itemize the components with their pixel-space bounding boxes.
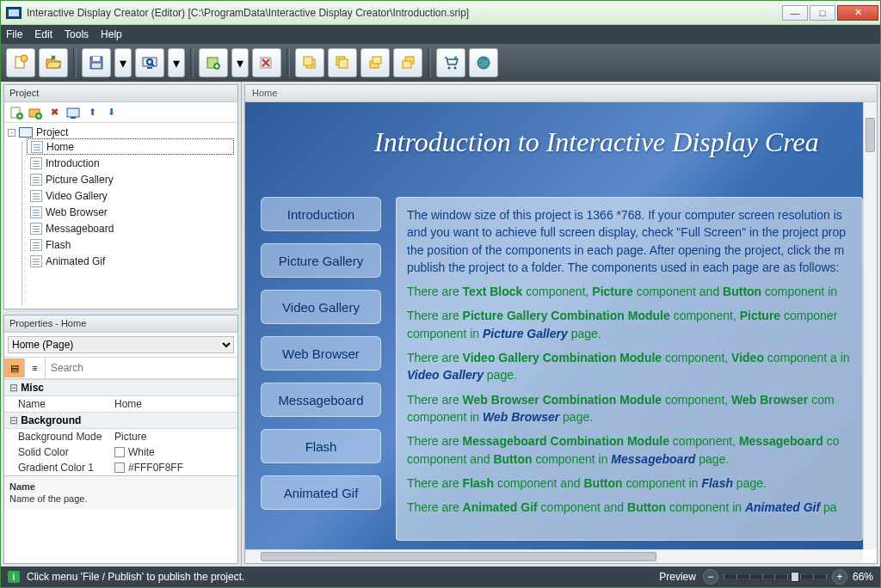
prop-solid-color[interactable]: Solid Color White (4, 444, 237, 460)
breadcrumb: Home (245, 85, 877, 102)
project-root-label: Project (36, 126, 68, 138)
nav-picture-gallery[interactable]: Picture Gallery (261, 243, 381, 278)
menu-help[interactable]: Help (101, 28, 122, 40)
zoom-out-button[interactable]: − (703, 569, 718, 585)
add-page-button[interactable] (199, 48, 228, 77)
tree-page-label: Messageboard (46, 223, 114, 235)
maximize-button[interactable]: □ (810, 5, 835, 21)
svg-rect-4 (92, 64, 101, 68)
design-canvas[interactable]: Introduction to Interactive Display Crea… (245, 102, 863, 549)
minimize-button[interactable]: — (782, 5, 808, 21)
tree-page-flash[interactable]: Flash (27, 236, 234, 253)
tree-page-label: Animated Gif (46, 255, 105, 267)
prop-bg-mode[interactable]: Background Mode Picture (4, 429, 237, 444)
group-background[interactable]: Background (4, 412, 237, 429)
page-icon (30, 223, 42, 235)
properties-panel: Properties - Home Home (Page) ▤ ≡ Misc N… (3, 315, 238, 564)
layer-1-button[interactable] (295, 48, 324, 77)
prop-name[interactable]: Name Home (4, 396, 237, 412)
tree-page-label: Home (46, 141, 74, 153)
globe-button[interactable] (469, 48, 498, 77)
preview-label: Preview (659, 571, 696, 583)
svg-rect-27 (71, 117, 76, 119)
nav-web-browser[interactable]: Web Browser (261, 336, 381, 371)
tree-page-home[interactable]: Home (27, 138, 234, 155)
page-icon (30, 157, 42, 169)
zoom-slider[interactable] (724, 575, 827, 579)
preview-dropdown[interactable]: ▾ (168, 48, 185, 77)
project-panel-header: Project (4, 85, 237, 102)
cart-button[interactable] (436, 48, 465, 77)
page-icon (30, 239, 42, 251)
categorized-view-button[interactable]: ▤ (4, 358, 25, 377)
move-down-icon[interactable]: ⬇ (104, 106, 118, 119)
save-dropdown[interactable]: ▾ (114, 48, 132, 77)
new-button[interactable] (6, 48, 35, 77)
alphabetical-view-button[interactable]: ≡ (25, 358, 46, 377)
tree-page-video-gallery[interactable]: Video Gallery (27, 187, 234, 204)
menu-file[interactable]: File (6, 28, 22, 40)
menu-tools[interactable]: Tools (65, 28, 89, 40)
svg-point-19 (448, 67, 451, 70)
property-description: Name Name of the page. (4, 475, 237, 509)
svg-rect-18 (403, 61, 411, 68)
delete-icon[interactable]: ✖ (47, 106, 61, 119)
svg-rect-16 (373, 57, 381, 64)
save-button[interactable] (82, 48, 111, 77)
vertical-scrollbar[interactable] (863, 102, 877, 549)
menubar: File Edit Tools Help (1, 25, 880, 44)
tree-page-label: Flash (46, 239, 71, 251)
content-panel: The window size of this project is 1366 … (396, 197, 863, 541)
tree-page-label: Picture Gallery (46, 174, 114, 186)
layer-3-button[interactable] (360, 48, 390, 77)
zoom-value: 66% (853, 571, 873, 583)
layer-2-button[interactable] (328, 48, 357, 77)
nav-video-gallery[interactable]: Video Gallery (261, 290, 381, 324)
page-icon (30, 190, 42, 202)
add-page-dropdown[interactable]: ▾ (231, 48, 249, 77)
tree-page-web-browser[interactable]: Web Browser (27, 204, 234, 220)
svg-rect-12 (304, 57, 312, 65)
main-toolbar: ▾ ▾ ▾ (1, 44, 880, 82)
tree-page-animated-gif[interactable]: Animated Gif (27, 253, 234, 269)
page-icon (30, 206, 42, 218)
add-page-icon[interactable] (9, 106, 23, 119)
close-button[interactable]: ✕ (837, 5, 878, 21)
project-tree[interactable]: - Project HomeIntroductionPicture Galler… (4, 123, 237, 309)
rename-icon[interactable] (66, 106, 80, 119)
zoom-in-button[interactable]: + (832, 569, 847, 585)
properties-header: Properties - Home (4, 315, 237, 333)
nav-flash[interactable]: Flash (261, 429, 381, 463)
layer-4-button[interactable] (393, 48, 422, 77)
tree-page-label: Introduction (46, 157, 100, 169)
page-title: Introduction to Interactive Display Crea (374, 126, 863, 158)
svg-rect-6 (147, 67, 152, 69)
menu-edit[interactable]: Edit (34, 28, 52, 40)
group-misc[interactable]: Misc (4, 379, 237, 396)
preview-button[interactable] (135, 48, 164, 77)
properties-search-input[interactable] (46, 359, 237, 377)
object-selector[interactable]: Home (Page) (8, 336, 234, 353)
status-tip: Click menu 'File / Publish' to publish t… (27, 571, 244, 583)
move-up-icon[interactable]: ⬆ (85, 106, 99, 119)
tree-page-picture-gallery[interactable]: Picture Gallery (27, 171, 234, 187)
titlebar: Interactive Display Creator (Editor) [C:… (1, 1, 880, 25)
info-icon: i (8, 571, 20, 583)
delete-page-button[interactable] (252, 48, 281, 77)
open-button[interactable] (39, 48, 68, 77)
nav-introduction[interactable]: Introduction (261, 197, 381, 231)
add-folder-icon[interactable] (28, 106, 42, 119)
tree-page-label: Web Browser (46, 206, 108, 218)
swatch-aliceblue (114, 462, 125, 473)
tree-page-label: Video Gallery (46, 190, 108, 202)
tree-page-introduction[interactable]: Introduction (27, 155, 234, 171)
prop-grad-color-1[interactable]: Gradient Color 1 #FFF0F8FF (4, 460, 237, 475)
svg-rect-14 (339, 59, 348, 68)
svg-rect-3 (93, 57, 100, 61)
tree-page-messageboard[interactable]: Messageboard (27, 220, 234, 236)
nav-animated-gif[interactable]: Animated Gif (261, 475, 381, 510)
app-icon (6, 7, 22, 19)
horizontal-scrollbar[interactable] (245, 549, 863, 563)
nav-messageboard[interactable]: Messageboard (261, 383, 381, 417)
project-toolbar: ✖ ⬆ ⬇ (4, 102, 237, 123)
